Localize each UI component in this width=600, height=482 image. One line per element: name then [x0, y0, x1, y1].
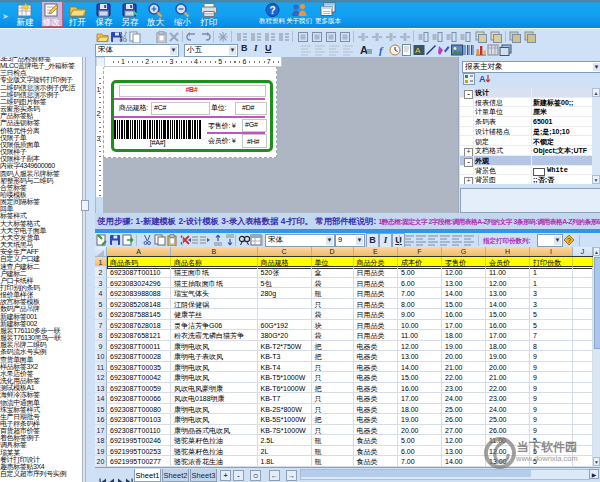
svg-text:www.downxia.com: www.downxia.com [515, 454, 578, 463]
svg-text:当下软件园: 当下软件园 [517, 440, 577, 454]
svg-text:A: A [415, 46, 421, 55]
svg-text:f: f [379, 44, 384, 56]
svg-text:?: ? [567, 237, 571, 244]
svg-text:A: A [479, 74, 486, 84]
svg-text:?: ? [269, 5, 275, 16]
svg-text:A: A [360, 44, 368, 56]
